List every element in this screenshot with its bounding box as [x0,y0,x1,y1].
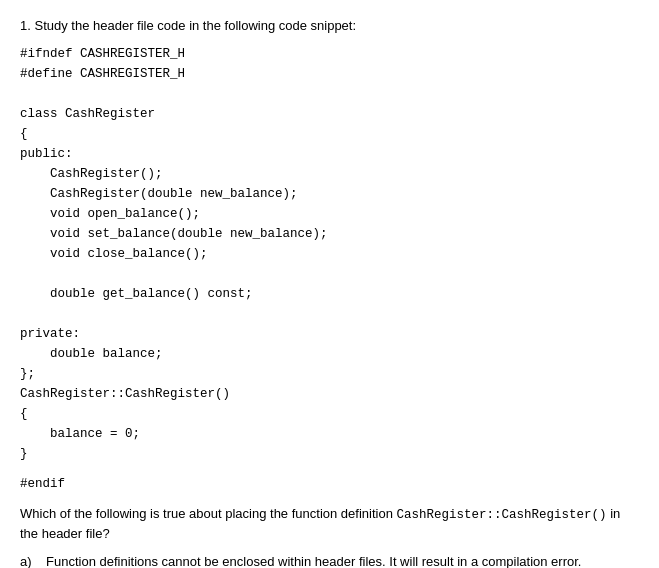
question-intro: 1. Study the header file code in the fol… [20,16,639,36]
option-a-text: Function definitions cannot be enclosed … [46,552,639,568]
option-a-label: a) [20,552,40,568]
prompt-inline-code: CashRegister::CashRegister() [397,508,607,522]
intro-text: Study the header file code in the follow… [34,18,356,33]
prompt-part1: Which of the following is true about pla… [20,506,393,521]
options-list: a) Function definitions cannot be enclos… [20,552,639,568]
question-number: 1 [20,18,27,33]
question-container: 1. Study the header file code in the fol… [20,16,639,568]
option-a: a) Function definitions cannot be enclos… [20,552,639,568]
question-prompt: Which of the following is true about pla… [20,504,639,544]
footer-code: #endif [20,474,639,494]
code-snippet: #ifndef CASHREGISTER_H #define CASHREGIS… [20,44,639,464]
